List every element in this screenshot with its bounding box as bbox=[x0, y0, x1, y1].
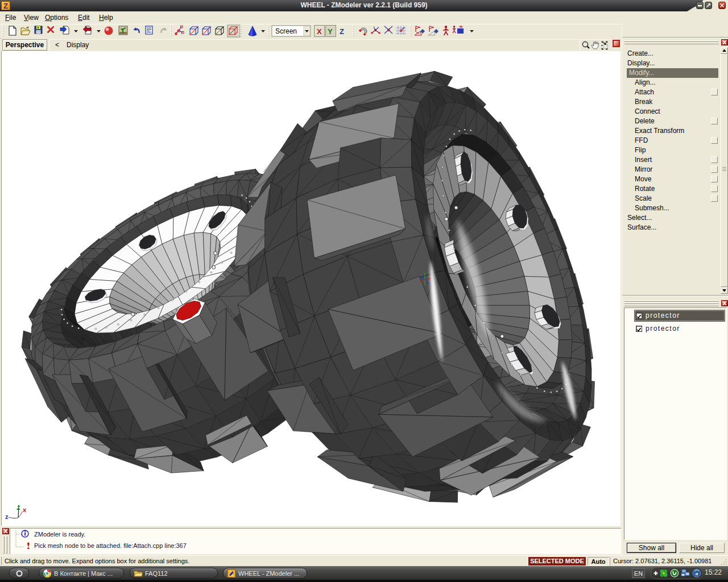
svg-text:X: X bbox=[317, 27, 322, 36]
svg-text:Y: Y bbox=[328, 27, 333, 36]
svg-text:x: x bbox=[23, 506, 27, 513]
svg-text:Screen: Screen bbox=[275, 27, 297, 35]
svg-text:a: a bbox=[696, 571, 698, 576]
svg-text:Z: Z bbox=[340, 27, 344, 36]
svg-text:z: z bbox=[5, 513, 9, 520]
